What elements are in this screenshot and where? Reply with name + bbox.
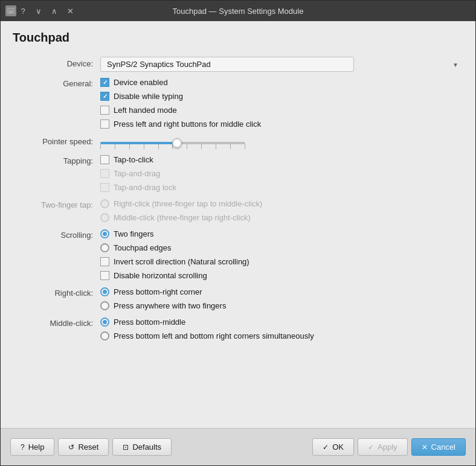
radio-right-click-three: Right-click (three-finger tap to middle-… — [100, 198, 463, 209]
invert-scroll-checkbox[interactable] — [100, 257, 109, 266]
scrolling-controls: Two fingers Touchpad edges Invert scroll… — [100, 228, 463, 281]
svg-rect-1 — [9, 10, 13, 13]
bottom-middle-radio[interactable] — [100, 318, 109, 327]
tick-8 — [216, 144, 216, 149]
middle-click-label: Middle-click: — [13, 316, 100, 328]
bottom-right-corner-radio[interactable] — [100, 287, 109, 296]
tap-to-click-checkbox[interactable] — [100, 155, 109, 164]
cancel-button[interactable]: ✕ Cancel — [411, 438, 466, 456]
tick-10 — [245, 144, 245, 149]
tick-4 — [158, 144, 159, 149]
invert-scroll-label[interactable]: Invert scroll direction (Natural scrolli… — [114, 257, 249, 266]
tick-2 — [129, 144, 130, 149]
two-fingers-label[interactable]: Two fingers — [114, 229, 153, 238]
apply-icon: ✓ — [368, 443, 374, 452]
tick-9 — [230, 144, 231, 149]
defaults-label: Defaults — [132, 442, 161, 452]
disable-horiz-label[interactable]: Disable horizontal scrolling — [114, 271, 207, 280]
reset-button[interactable]: ↺ Reset — [58, 438, 109, 456]
radio-two-fingers: Two fingers — [100, 228, 463, 240]
titlebar: Touchpad — System Settings Module ? ∨ ∧ … — [1, 1, 475, 21]
middle-click-row: Middle-click: Press bottom-middle Press … — [13, 316, 463, 342]
reset-label: Reset — [78, 442, 98, 452]
touchpad-edges-label[interactable]: Touchpad edges — [114, 243, 171, 252]
general-label: General: — [13, 77, 100, 88]
two-finger-tap-label: Two-finger tap: — [13, 198, 100, 209]
disable-typing-label[interactable]: Disable while typing — [114, 92, 183, 101]
pointer-speed-controls — [100, 135, 463, 149]
radio-bottom-middle: Press bottom-middle — [100, 316, 463, 328]
close-button[interactable]: ✕ — [63, 4, 77, 18]
checkbox-device-enabled: Device enabled — [100, 77, 463, 88]
page-title: Touchpad — [13, 31, 463, 45]
two-fingers-right-radio[interactable] — [100, 301, 109, 310]
left-handed-checkbox[interactable] — [100, 106, 109, 115]
pointer-speed-slider[interactable] — [100, 137, 245, 149]
checkbox-tap-drag-lock: Tap-and-drag lock — [100, 182, 463, 193]
left-handed-label[interactable]: Left handed mode — [114, 106, 177, 115]
bottom-right-buttons: ✓ OK ✓ Apply ✕ Cancel — [312, 438, 466, 456]
tick-7 — [201, 144, 202, 149]
bottom-corners-label[interactable]: Press bottom left and bottom right corne… — [114, 331, 314, 340]
pointer-speed-label: Pointer speed: — [13, 135, 100, 146]
two-fingers-right-label[interactable]: Press anywhere with two fingers — [114, 301, 226, 310]
bottom-middle-label[interactable]: Press bottom-middle — [114, 318, 185, 327]
checkbox-disable-horiz: Disable horizontal scrolling — [100, 270, 463, 281]
scrolling-row: Scrolling: Two fingers Touchpad edges In… — [13, 228, 463, 281]
defaults-button[interactable]: ⊡ Defaults — [112, 438, 172, 456]
device-select[interactable]: SynPS/2 Synaptics TouchPad — [100, 57, 354, 72]
tick-1 — [115, 144, 115, 149]
bottom-corners-radio[interactable] — [100, 331, 109, 340]
help-button[interactable]: ? Help — [10, 438, 54, 456]
minimize-button[interactable]: ∨ — [32, 4, 45, 18]
general-controls: Device enabled Disable while typing Left… — [100, 77, 463, 130]
cancel-icon: ✕ — [422, 443, 428, 452]
checkbox-tap-and-drag: Tap-and-drag — [100, 168, 463, 179]
main-window: Touchpad — System Settings Module ? ∨ ∧ … — [0, 0, 476, 466]
device-enabled-label[interactable]: Device enabled — [114, 78, 168, 87]
ok-button[interactable]: ✓ OK — [312, 438, 354, 456]
radio-bottom-right: Press bottom-right corner — [100, 286, 463, 298]
checkbox-middle-click: Press left and right buttons for middle … — [100, 118, 463, 130]
right-click-three-label: Right-click (three-finger tap to middle-… — [114, 199, 262, 208]
apply-button[interactable]: ✓ Apply — [358, 438, 408, 456]
select-arrow-icon: ▼ — [452, 61, 458, 68]
checkbox-disable-typing: Disable while typing — [100, 91, 463, 102]
maximize-button[interactable]: ∧ — [48, 4, 61, 18]
tap-to-click-label[interactable]: Tap-to-click — [114, 155, 153, 164]
tapping-label: Tapping: — [13, 154, 100, 165]
help-icon: ? — [21, 443, 25, 452]
device-row: Device: SynPS/2 Synaptics TouchPad ▼ — [13, 57, 463, 72]
two-fingers-radio[interactable] — [100, 229, 109, 238]
device-select-wrapper[interactable]: SynPS/2 Synaptics TouchPad ▼ — [100, 57, 463, 72]
scrolling-label: Scrolling: — [13, 228, 100, 240]
disable-typing-checkbox[interactable] — [100, 92, 109, 101]
slider-thumb[interactable] — [172, 138, 182, 148]
slider-track-bg — [100, 142, 245, 144]
content-area: Touchpad Device: SynPS/2 Synaptics Touch… — [1, 21, 475, 428]
bottom-bar: ? Help ↺ Reset ⊡ Defaults ✓ OK ✓ Apply ✕ — [1, 428, 475, 465]
bottom-right-corner-label[interactable]: Press bottom-right corner — [114, 287, 202, 296]
tap-drag-lock-checkbox — [100, 183, 109, 192]
tap-drag-lock-label: Tap-and-drag lock — [114, 183, 176, 192]
tap-and-drag-checkbox — [100, 169, 109, 178]
middle-click-checkbox[interactable] — [100, 120, 109, 129]
device-controls: SynPS/2 Synaptics TouchPad ▼ — [100, 57, 463, 72]
titlebar-controls: ? ∨ ∧ ✕ — [16, 4, 77, 18]
radio-two-fingers-right: Press anywhere with two fingers — [100, 300, 463, 311]
ok-icon: ✓ — [323, 443, 329, 452]
checkbox-left-handed: Left handed mode — [100, 104, 463, 116]
disable-horiz-checkbox[interactable] — [100, 271, 109, 280]
help-titlebar-button[interactable]: ? — [16, 4, 30, 18]
radio-bottom-corners: Press bottom left and bottom right corne… — [100, 330, 463, 342]
middle-click-controls: Press bottom-middle Press bottom left an… — [100, 316, 463, 342]
bottom-left-buttons: ? Help ↺ Reset ⊡ Defaults — [10, 438, 172, 456]
middle-click-three-label: Middle-click (three-finger tap right-cli… — [114, 213, 251, 222]
middle-click-label[interactable]: Press left and right buttons for middle … — [114, 120, 261, 129]
defaults-icon: ⊡ — [123, 443, 129, 452]
titlebar-left — [5, 5, 16, 16]
touchpad-edges-radio[interactable] — [100, 243, 109, 252]
device-enabled-checkbox[interactable] — [100, 78, 109, 87]
right-click-three-radio — [100, 199, 109, 208]
slider-container — [100, 135, 463, 149]
